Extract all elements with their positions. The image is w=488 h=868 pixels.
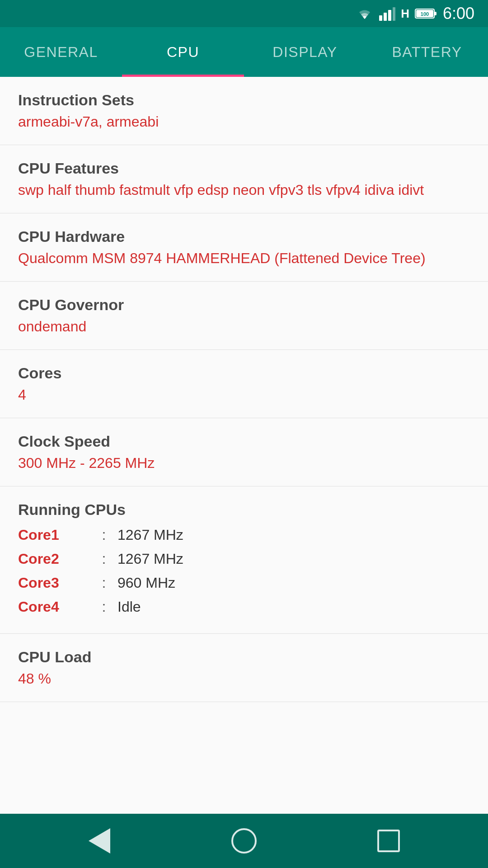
core2-name: Core2 (18, 551, 90, 567)
core4-name: Core4 (18, 599, 90, 615)
home-button[interactable] (226, 823, 262, 859)
tab-battery[interactable]: BATTERY (366, 27, 488, 77)
status-icons: H 100 6:00 (356, 4, 474, 23)
core4-sep: : (90, 599, 117, 615)
core1-sep: : (90, 527, 117, 543)
cpu-hardware-row: CPU Hardware Qualcomm MSM 8974 HAMMERHEA… (0, 213, 488, 282)
battery-icon: 100 (415, 7, 437, 20)
content-area: Instruction Sets armeabi-v7a, armeabi CP… (0, 77, 488, 814)
cores-label: Cores (18, 364, 470, 382)
svg-text:100: 100 (421, 11, 429, 17)
core4-value: Idle (117, 599, 141, 615)
core2-row: Core2 : 1267 MHz (18, 547, 470, 571)
home-icon (231, 828, 257, 854)
cpu-features-value: swp half thumb fastmult vfp edsp neon vf… (18, 182, 470, 198)
recents-button[interactable] (371, 823, 407, 859)
svg-rect-2 (388, 10, 391, 21)
core1-row: Core1 : 1267 MHz (18, 523, 470, 547)
core1-value: 1267 MHz (117, 527, 183, 543)
core2-sep: : (90, 551, 117, 567)
navigation-bar (0, 814, 488, 868)
status-time: 6:00 (443, 4, 474, 23)
network-type: H (401, 7, 409, 21)
core3-sep: : (90, 575, 117, 591)
core1-name: Core1 (18, 527, 90, 543)
cpu-load-label: CPU Load (18, 648, 470, 666)
cpu-hardware-value: Qualcomm MSM 8974 HAMMERHEAD (Flattened … (18, 250, 470, 267)
cpu-load-row: CPU Load 48 % (0, 634, 488, 702)
core3-value: 960 MHz (117, 575, 175, 591)
back-button[interactable] (81, 823, 117, 859)
svg-rect-0 (379, 15, 382, 21)
instruction-sets-label: Instruction Sets (18, 91, 470, 109)
signal-icon (379, 6, 395, 21)
cpu-features-label: CPU Features (18, 160, 470, 177)
core4-row: Core4 : Idle (18, 595, 470, 619)
cpu-governor-label: CPU Governor (18, 296, 470, 314)
instruction-sets-value: armeabi-v7a, armeabi (18, 113, 470, 130)
recents-icon (377, 830, 400, 852)
cpu-hardware-label: CPU Hardware (18, 228, 470, 245)
wifi-icon (356, 6, 374, 21)
cpu-governor-value: ondemand (18, 318, 470, 335)
svg-rect-3 (393, 7, 395, 21)
cores-value: 4 (18, 387, 470, 403)
svg-rect-1 (384, 13, 387, 21)
clock-speed-row: Clock Speed 300 MHz - 2265 MHz (0, 418, 488, 486)
tab-display[interactable]: DISPLAY (244, 27, 366, 77)
instruction-sets-row: Instruction Sets armeabi-v7a, armeabi (0, 77, 488, 145)
core3-row: Core3 : 960 MHz (18, 571, 470, 595)
clock-speed-label: Clock Speed (18, 433, 470, 450)
cpu-load-value: 48 % (18, 670, 470, 687)
tab-general[interactable]: GENERAL (0, 27, 122, 77)
cpu-governor-row: CPU Governor ondemand (0, 282, 488, 350)
clock-speed-value: 300 MHz - 2265 MHz (18, 455, 470, 472)
back-icon (89, 828, 110, 854)
cpu-features-row: CPU Features swp half thumb fastmult vfp… (0, 145, 488, 213)
core2-value: 1267 MHz (117, 551, 183, 567)
running-cpus-table: Core1 : 1267 MHz Core2 : 1267 MHz Core3 … (18, 523, 470, 619)
cores-row: Cores 4 (0, 350, 488, 418)
tab-bar: GENERAL CPU DISPLAY BATTERY (0, 27, 488, 77)
core3-name: Core3 (18, 575, 90, 591)
running-cpus-label: Running CPUs (18, 501, 470, 519)
tab-cpu[interactable]: CPU (122, 27, 244, 77)
status-bar: H 100 6:00 (0, 0, 488, 27)
running-cpus-row: Running CPUs Core1 : 1267 MHz Core2 : 12… (0, 486, 488, 634)
svg-rect-6 (434, 12, 436, 15)
